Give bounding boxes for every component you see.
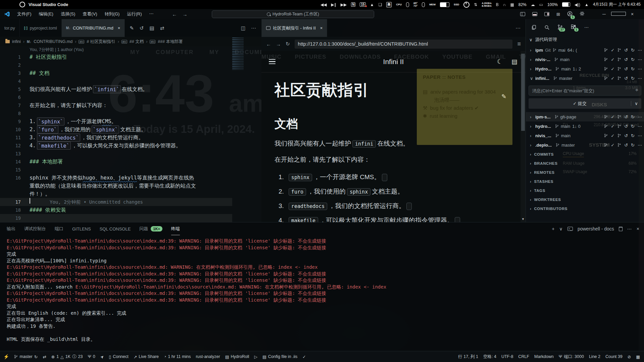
nav-forward-icon[interactable]: → [182, 11, 187, 17]
markdown-editor[interactable]: MY COMPUTER MY DOCUMENTS 6:43 am Today i… [0, 46, 261, 222]
scrollbar-thumb[interactable] [521, 54, 525, 131]
breadcrumb-h3[interactable]: ### 本地部署 [158, 39, 183, 45]
indentation[interactable]: 空格: 4 [483, 354, 496, 360]
panel-tab[interactable]: 调试控制台 [24, 222, 46, 235]
scm-section-row[interactable]: ›COMMITS [526, 150, 644, 159]
open-changes-icon[interactable]: ⇄ [160, 25, 164, 31]
live-share-button[interactable]: ↗Live Share [134, 354, 159, 359]
remote-indicator-icon[interactable]: ⚡ [3, 354, 9, 359]
repo-row[interactable]: › Hydro... main 1↓ 2 ✓ ↺ ↻ ⋯ [526, 64, 644, 73]
breadcrumb-file[interactable]: CONTRIBUTING.md [34, 39, 72, 44]
timeline-history-icon[interactable]: ↺ [140, 25, 144, 31]
cloud-icon[interactable]: ☁ [531, 2, 535, 7]
window-switch-icon[interactable]: ❏ [378, 2, 382, 7]
tab-simple-browser[interactable]: 社区贡献指引 - Infini II × [262, 19, 327, 37]
microphone-icon[interactable] [422, 2, 425, 7]
extensions-icon[interactable]: 1 [571, 24, 576, 30]
site-brand[interactable]: Infini II [261, 58, 526, 66]
eject-icon[interactable]: ▲ [370, 2, 374, 7]
connect-button[interactable]: ▯Connect [109, 354, 128, 359]
menu-item[interactable]: 文件(F) [14, 10, 35, 18]
repo-row[interactable]: › nivis_... main ✓ ↺ ↻ ⋯ [526, 131, 644, 140]
browser-back-icon[interactable]: ← [266, 41, 271, 47]
tab-editor-py[interactable]: tor.py [0, 19, 20, 37]
menu-item[interactable]: 选择(S) [58, 10, 78, 18]
toc-icon[interactable]: ▤ [511, 58, 517, 65]
media-prev-icon[interactable]: ◀◀ [320, 2, 327, 7]
more-actions-icon[interactable]: ⋯ [627, 226, 632, 231]
toggle-sidebar-icon[interactable] [520, 12, 525, 16]
toggle-panel-icon[interactable] [532, 12, 537, 16]
config-status[interactable]: ▤Config file in .iis [262, 354, 297, 359]
port-status[interactable]: Ψ端口: 3000 [559, 354, 584, 360]
split-editor-icon[interactable]: ◫ [241, 25, 246, 31]
keyboard-icon[interactable]: ▦ [510, 2, 514, 7]
panel-tab[interactable]: 端口 [55, 222, 63, 235]
edit-pencil-icon[interactable]: ✎ [130, 25, 134, 31]
scm-section-header[interactable]: ∨ 源代码管理 [526, 35, 644, 45]
scm-section-row[interactable]: ›REMOTES [526, 168, 644, 177]
panel-tab[interactable]: SQL CONSOLE [100, 222, 131, 235]
calendar-icon[interactable]: 15 [360, 2, 365, 7]
encoding[interactable]: UTF-8 [501, 354, 513, 359]
scm-section-row[interactable]: ›TAGS [526, 186, 644, 195]
commit-dropdown-icon[interactable]: ∨ [631, 101, 641, 106]
codelens-blame[interactable]: You, 7分钟前 | 1 author (You) [0, 46, 232, 53]
commit-message-input[interactable] [529, 86, 641, 96]
search-icon[interactable] [544, 25, 549, 30]
ports-status[interactable]: Ψ0 [88, 354, 95, 359]
panel-tab[interactable]: 问题1K+ [139, 222, 162, 235]
notion-icon[interactable]: N [351, 2, 355, 7]
headset-icon[interactable]: ∩ [503, 2, 506, 7]
repo-row[interactable]: › ipm Git mai 64↓ ( ✓ ↺ ↻ ⋯ [526, 45, 644, 55]
branch-status[interactable]: master ↻ [14, 354, 38, 359]
close-button[interactable]: × [625, 11, 639, 17]
browser-forward-icon[interactable]: → [276, 41, 281, 47]
close-tab-icon[interactable]: × [320, 25, 323, 31]
rocket-icon[interactable]: ➤ [99, 354, 105, 360]
breadcrumb-folder[interactable]: infini [12, 39, 21, 44]
copy-files-icon[interactable] [531, 25, 536, 30]
minimap[interactable] [232, 38, 244, 70]
menu-item[interactable]: 编辑(E) [36, 10, 56, 18]
scm-section-row[interactable]: ›STASHES [526, 177, 644, 186]
line-status[interactable]: Line 2 [589, 354, 600, 359]
kill-terminal-icon[interactable] [619, 227, 623, 231]
terminal-output[interactable]: E:\GitProject\HydroRoll-Team\infini\docs… [0, 235, 644, 356]
menu-item[interactable]: 运行(R) [124, 10, 145, 18]
account-icon[interactable]: 1 [567, 11, 573, 17]
more-views-icon[interactable]: ⋯ [584, 25, 589, 30]
nav-back-icon[interactable]: ← [172, 11, 177, 17]
check-icon[interactable]: ✓ [302, 354, 306, 359]
project-status[interactable]: ▤HydroRoll [225, 354, 249, 359]
toggle-secondary-sidebar-icon[interactable] [544, 12, 549, 16]
breadcrumb-h2[interactable]: ## 文档 [130, 39, 144, 45]
url-input[interactable]: http://127.0.0.1:3000/docs/_build/html/C… [295, 40, 513, 49]
browser-menu-icon[interactable]: ≡ [517, 41, 521, 48]
scroll-down-icon[interactable]: ▼ [522, 217, 525, 221]
sync-icon[interactable]: ↻ [34, 354, 38, 359]
more-actions-icon[interactable]: ⋯ [515, 25, 521, 31]
minimize-button[interactable]: ─ [597, 11, 611, 17]
eol[interactable]: CRLF [518, 354, 529, 359]
menu-item[interactable]: ⋯ [146, 10, 156, 18]
more-actions-icon[interactable]: ⋯ [251, 25, 256, 31]
repo-row[interactable]: › hydro... main 1↓ 0 ✓ ↺ ↻ ⋯ [526, 121, 644, 131]
panel-tab[interactable]: GITLENS [72, 222, 91, 235]
tray-clock[interactable]: 4月15日 周一 上午 6:43:45 [593, 2, 641, 7]
customize-layout-icon[interactable]: ⊞ [556, 12, 560, 17]
open-preview-icon[interactable]: ▤ [149, 25, 154, 31]
tab-contributing-md[interactable]: M↓ CONTRIBUTING.md × [62, 19, 125, 37]
terminal-instance-label[interactable]: powershell - docs [578, 226, 614, 231]
note-edit-pencil-icon[interactable]: ✎ [501, 93, 506, 100]
terminal-dropdown-icon[interactable]: ∨ [559, 226, 562, 231]
count-status[interactable]: Count 39 [605, 354, 623, 359]
restore-button[interactable] [611, 11, 625, 17]
browser-scrollbar[interactable]: ▼ [521, 51, 526, 222]
breadcrumb-h1[interactable]: # 社区贡献指引 [87, 39, 115, 45]
menu-item[interactable]: 转到(G) [102, 10, 123, 18]
panel-tab[interactable]: 终端 [171, 222, 180, 235]
dark-mode-moon-icon[interactable]: ☾ [497, 58, 503, 65]
app-menu-icon[interactable] [19, 2, 25, 7]
repo-row[interactable]: ∨ infini... master ✓ ↺ ↻ ⋯ [526, 73, 644, 83]
